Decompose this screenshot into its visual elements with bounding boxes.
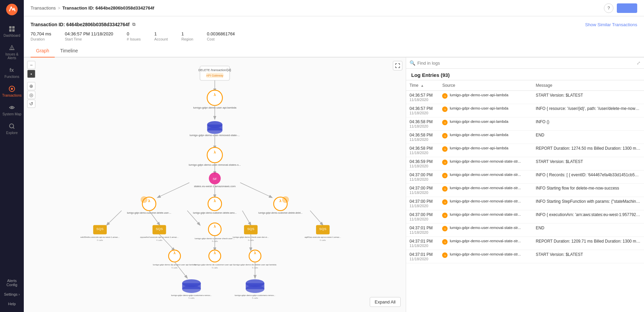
svg-text:5 calls: 5 calls bbox=[212, 266, 218, 269]
log-search-input[interactable] bbox=[417, 61, 634, 66]
lambda-icon: λ bbox=[442, 120, 448, 125]
svg-text:λ: λ bbox=[148, 199, 151, 203]
svg-text:λ: λ bbox=[214, 251, 216, 255]
breadcrumb-parent[interactable]: Transactions bbox=[31, 5, 56, 11]
show-similar-link[interactable]: Show Similar Transactions bbox=[585, 22, 637, 27]
svg-text:lumigo-gdpr-demo-do-customer-u: lumigo-gdpr-demo-do-customer-user-api-l.… bbox=[194, 263, 236, 266]
sidebar-item-dashboard[interactable]: Dashboard bbox=[0, 22, 24, 41]
node-api-gateway[interactable]: DELETE /transaction/{id} API Gateway bbox=[198, 66, 231, 80]
svg-text:5 calls: 5 calls bbox=[189, 297, 195, 299]
node-sqs-1[interactable]: SQS sdc83mths.execute-api.eu-west-1.amaz… bbox=[81, 225, 120, 241]
svg-text:0 calls: 0 calls bbox=[320, 239, 326, 241]
sidebar-item-system-map[interactable]: System Map bbox=[0, 101, 24, 119]
svg-text:lumigo-gdpr-demo-dp-project-us: lumigo-gdpr-demo-dp-project-user-api-lam… bbox=[153, 263, 196, 266]
fullscreen-button[interactable] bbox=[393, 61, 402, 70]
lambda-icon: λ bbox=[442, 146, 448, 152]
sidebar-item-help[interactable]: Help bbox=[0, 299, 24, 309]
log-source: λ lumigo-gdpr-demo-user-api-lambda bbox=[439, 117, 532, 131]
sidebar-item-explore[interactable]: Explore bbox=[0, 119, 24, 138]
svg-text:λ: λ bbox=[214, 150, 216, 154]
tab-graph[interactable]: Graph bbox=[31, 45, 55, 58]
lambda-icon: λ bbox=[442, 173, 448, 178]
log-time: 04:36:57 PM 11/18/2020 bbox=[406, 104, 439, 117]
table-row[interactable]: 04:37:01 PM 11/18/2020 λ lumigo-gdpr-dem… bbox=[406, 237, 644, 250]
zoom-plus-btn[interactable]: ⊕ bbox=[27, 82, 35, 90]
copy-icon[interactable]: ⧉ bbox=[132, 22, 135, 27]
table-row[interactable]: 04:36:58 PM 11/18/2020 λ lumigo-gdpr-dem… bbox=[406, 144, 644, 157]
log-source: λ lumigo-gdpr-demo-user-api-lambda bbox=[439, 144, 532, 157]
log-table-header: Time ▲ Source Message bbox=[406, 80, 644, 91]
center-btn[interactable]: ◎ bbox=[27, 91, 35, 99]
lambda-icon: λ bbox=[442, 213, 448, 218]
log-time: 04:37:00 PM 11/18/2020 bbox=[406, 197, 439, 210]
node-lambda-8[interactable]: λ lumigo-gdpr-demo-do-customer-user-api-… bbox=[194, 250, 236, 269]
table-row[interactable]: 04:36:57 PM 11/18/2020 λ lumigo-gdpr-dem… bbox=[406, 104, 644, 117]
table-row[interactable]: 04:37:01 PM 11/18/2020 λ lumigo-gdpr-dem… bbox=[406, 250, 644, 263]
svg-text:0 calls: 0 calls bbox=[97, 239, 103, 241]
graph-panel: − ● ⊕ ◎ ↺ bbox=[24, 58, 406, 312]
table-row[interactable]: 04:36:58 PM 11/18/2020 λ lumigo-gdpr-dem… bbox=[406, 117, 644, 131]
node-lambda-4[interactable]: λ lumigo-gdpr-demo-customer-delete-amo..… bbox=[193, 197, 237, 214]
main-content: Transactions > Transaction ID: 6464be280… bbox=[24, 0, 644, 312]
sidebar-item-settings[interactable]: Settings › bbox=[0, 290, 24, 299]
zoom-node-btn[interactable]: ● bbox=[27, 70, 35, 78]
user-button[interactable] bbox=[617, 3, 637, 13]
node-db-1[interactable]: lumigo-gdpr-demo-gdpr-customers-remov...… bbox=[171, 279, 212, 299]
sidebar-item-issues[interactable]: Issues & Alerts bbox=[0, 41, 24, 63]
svg-text:SQS: SQS bbox=[156, 227, 163, 231]
transaction-id-row: Transaction ID: 6464be2806b0358d3342764f… bbox=[31, 22, 637, 27]
col-source[interactable]: Source bbox=[439, 80, 532, 91]
log-time: 04:36:58 PM 11/18/2020 bbox=[406, 144, 439, 157]
zoom-minus-btn[interactable]: − bbox=[27, 61, 35, 69]
node-lambda-5[interactable]: λ lumigo-gdpr-demo-customer-delete-delet… bbox=[258, 196, 302, 214]
log-time: 04:36:58 PM 11/18/2020 bbox=[406, 131, 439, 144]
svg-text:λ: λ bbox=[214, 93, 216, 97]
breadcrumb: Transactions > Transaction ID: 6464be280… bbox=[31, 5, 154, 11]
table-row[interactable]: 04:37:00 PM 11/18/2020 λ lumigo-gdpr-dem… bbox=[406, 197, 644, 210]
col-message[interactable]: Message bbox=[532, 80, 644, 91]
breadcrumb-separator: > bbox=[58, 5, 60, 11]
table-row[interactable]: 04:37:00 PM 11/18/2020 λ lumigo-gdpr-dem… bbox=[406, 210, 644, 224]
node-db-2[interactable]: lumigo-gdpr-demo-gdpr-customers-remov...… bbox=[235, 279, 276, 299]
tab-timeline[interactable]: Timeline bbox=[55, 45, 83, 58]
sidebar-item-transactions[interactable]: Transactions bbox=[0, 82, 24, 101]
table-row[interactable]: 04:36:58 PM 11/18/2020 λ lumigo-gdpr-dem… bbox=[406, 131, 644, 144]
col-time[interactable]: Time ▲ bbox=[406, 80, 439, 91]
expand-icon[interactable]: ⤢ bbox=[637, 60, 641, 66]
svg-line-10 bbox=[13, 128, 15, 129]
svg-point-9 bbox=[10, 124, 14, 128]
transaction-id: Transaction ID: 6464be2806b0358d3342764f… bbox=[31, 22, 135, 27]
node-lambda-3[interactable]: λ lumigo-gdpr-demo-customer-delete-user-… bbox=[127, 196, 172, 214]
svg-text:API Gateway: API Gateway bbox=[206, 74, 224, 77]
svg-text:SQS: SQS bbox=[97, 227, 104, 231]
graph-controls: − ● ⊕ ◎ ↺ bbox=[27, 61, 35, 108]
help-button[interactable]: ? bbox=[604, 3, 613, 13]
node-lambda-7[interactable]: λ lumigo-gdpr-demo-dp-project-user-api-l… bbox=[153, 250, 196, 269]
svg-line-34 bbox=[240, 183, 272, 198]
sidebar-item-alerts-config[interactable]: Alerts Config bbox=[0, 276, 24, 290]
svg-rect-3 bbox=[9, 29, 12, 32]
logo[interactable] bbox=[6, 3, 18, 17]
svg-text:lumigo-gdpr-demo-customer-dele: lumigo-gdpr-demo-customer-delete-delet..… bbox=[258, 212, 302, 214]
log-time: 04:37:00 PM 11/18/2020 bbox=[406, 210, 439, 224]
svg-text:4 calls: 4 calls bbox=[156, 239, 162, 241]
lambda-icon: λ bbox=[442, 186, 448, 192]
node-sqs-4[interactable]: SQS agt81as.execute-api.eu-west-1.amaz..… bbox=[304, 225, 341, 241]
log-source: λ lumigo-gdpr-demo-user-removal-state-st… bbox=[439, 250, 532, 263]
table-row[interactable]: 04:37:00 PM 11/18/2020 λ lumigo-gdpr-dem… bbox=[406, 170, 644, 184]
log-message: INFO () bbox=[532, 117, 644, 131]
table-row[interactable]: 04:36:59 PM 11/18/2020 λ lumigo-gdpr-dem… bbox=[406, 157, 644, 170]
table-row[interactable]: 04:37:00 PM 11/18/2020 λ lumigo-gdpr-dem… bbox=[406, 184, 644, 197]
svg-rect-1 bbox=[9, 26, 12, 29]
sidebar-item-functions[interactable]: fx Functions bbox=[0, 63, 24, 82]
lambda-icon: λ bbox=[442, 239, 448, 245]
table-row[interactable]: 04:36:57 PM 11/18/2020 λ lumigo-gdpr-dem… bbox=[406, 91, 644, 104]
refresh-btn[interactable]: ↺ bbox=[27, 100, 35, 108]
svg-text:lumigo-gdpr-demo-customer-dele: lumigo-gdpr-demo-customer-delete-amo... bbox=[193, 212, 237, 214]
log-time: 04:37:00 PM 11/18/2020 bbox=[406, 170, 439, 184]
table-row[interactable]: 04:37:01 PM 11/18/2020 λ lumigo-gdpr-dem… bbox=[406, 224, 644, 237]
log-panel: 🔍 ⤢ Log Entries (93) Time ▲ Source bbox=[406, 58, 644, 312]
node-sqs-2[interactable]: SQS cpyuwhmf.execute-api.eu-west-1.amaz.… bbox=[140, 225, 178, 241]
expand-all-button[interactable]: Expand All bbox=[370, 297, 401, 307]
log-table: Time ▲ Source Message 04:36:57 PM 11/18/… bbox=[406, 80, 644, 312]
